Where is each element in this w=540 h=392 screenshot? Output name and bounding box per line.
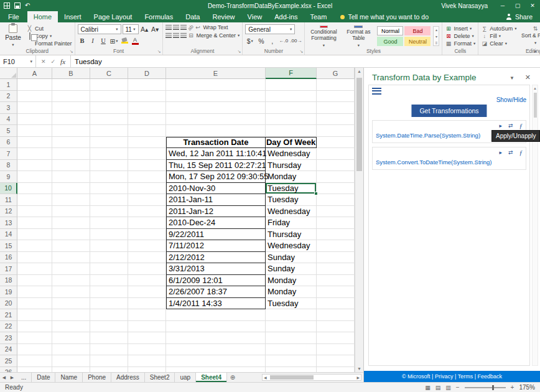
cell-G4[interactable]: [317, 114, 355, 126]
horizontal-scroll-thumb[interactable]: [270, 375, 314, 380]
row-header-26[interactable]: 26: [0, 367, 17, 373]
column-header-e[interactable]: E: [166, 68, 266, 79]
cut-button[interactable]: ╳ Cut: [26, 25, 72, 32]
cell-F12[interactable]: Wednesday: [266, 206, 317, 218]
cell-C23[interactable]: [90, 332, 128, 344]
cell-D22[interactable]: [128, 321, 166, 333]
task-pane-options-icon[interactable]: ▼: [510, 75, 514, 81]
row-header-24[interactable]: 24: [0, 344, 17, 356]
cell-B22[interactable]: [52, 321, 90, 333]
cell-G1[interactable]: [317, 79, 355, 91]
share-button[interactable]: Share: [506, 11, 540, 22]
page-break-view-icon[interactable]: ▥: [445, 385, 451, 391]
cell-A16[interactable]: [17, 252, 52, 264]
cell-F8[interactable]: Thursday: [266, 160, 317, 172]
cell-G3[interactable]: [317, 102, 355, 114]
cell-D14[interactable]: [128, 229, 166, 241]
cell-C5[interactable]: [90, 125, 128, 137]
align-top-icon[interactable]: [165, 25, 172, 30]
row-header-22[interactable]: 22: [0, 321, 17, 333]
cancel-icon[interactable]: ✕: [41, 58, 46, 65]
vertical-scrollbar[interactable]: ▲ ▼: [355, 68, 363, 372]
cell-E15[interactable]: 7/11/2012: [166, 240, 266, 252]
percent-style-button[interactable]: %: [256, 36, 266, 45]
row-header-12[interactable]: 12: [0, 206, 17, 218]
cell-B7[interactable]: [52, 148, 90, 160]
cell-F22[interactable]: [266, 321, 317, 333]
merge-center-button[interactable]: ⊟ Merge & Center ▾: [188, 32, 240, 39]
cell-E1[interactable]: [166, 79, 266, 91]
tab-file[interactable]: File: [0, 11, 27, 22]
alignment-dialog-launcher-icon[interactable]: ↘: [237, 49, 241, 54]
row-header-9[interactable]: 9: [0, 171, 17, 183]
sort-filter-button[interactable]: ⇅ Sort & Filter ▾: [519, 24, 540, 47]
tab-review[interactable]: Review: [206, 11, 241, 22]
sheet-tab-sheet2[interactable]: Sheet2: [145, 373, 175, 382]
task-pane-close-icon[interactable]: ✕: [525, 73, 531, 82]
tab-insert[interactable]: Insert: [58, 11, 88, 22]
cell-C14[interactable]: [90, 229, 128, 241]
cell-G7[interactable]: [317, 148, 355, 160]
paste-button[interactable]: Paste ▾: [2, 24, 24, 47]
cell-B9[interactable]: [52, 171, 90, 183]
sheet-tab-uap[interactable]: uap: [175, 373, 196, 382]
cell-B3[interactable]: [52, 102, 90, 114]
insert-button[interactable]: ⊞ Insert ▾: [445, 25, 475, 32]
cell-C12[interactable]: [90, 206, 128, 218]
cell-F6[interactable]: Day Of Week: [266, 137, 317, 149]
tell-me-box[interactable]: Tell me what you want to do: [340, 11, 429, 22]
normal-view-icon[interactable]: ▦: [425, 385, 431, 391]
swap-icon[interactable]: ⇄: [508, 123, 513, 129]
cell-E7[interactable]: Wed, 12 Jan 2011 11:10:41: [166, 148, 266, 160]
align-bottom-icon[interactable]: [180, 25, 187, 30]
cell-E17[interactable]: 3/31/2013: [166, 263, 266, 275]
row-header-25[interactable]: 25: [0, 355, 17, 367]
cell-D13[interactable]: [128, 217, 166, 229]
cell-E21[interactable]: [166, 309, 266, 321]
font-name-select[interactable]: Calibri ▾: [78, 24, 121, 34]
autosum-button[interactable]: ∑ AutoSum ▾: [481, 25, 516, 32]
cell-E19[interactable]: 2/26/2007 18:37: [166, 286, 266, 298]
cell-B14[interactable]: [52, 229, 90, 241]
align-middle-icon[interactable]: [173, 25, 179, 30]
cell-D16[interactable]: [128, 252, 166, 264]
row-header-3[interactable]: 3: [0, 102, 17, 114]
clear-button[interactable]: ◪ Clear ▾: [481, 40, 516, 47]
cell-D10[interactable]: [128, 183, 166, 195]
cell-styles-gallery-scroll[interactable]: ▴ ▾ ≡: [433, 26, 439, 46]
cell-A2[interactable]: [17, 91, 52, 103]
cell-C26[interactable]: [90, 367, 128, 373]
vertical-scroll-thumb[interactable]: [356, 78, 362, 171]
cell-D9[interactable]: [128, 171, 166, 183]
cell-C11[interactable]: [90, 194, 128, 206]
delete-button[interactable]: ⊠ Delete ▾: [445, 32, 475, 39]
formula-input[interactable]: Tuesday: [71, 55, 540, 67]
accounting-format-button[interactable]: $▾: [245, 36, 254, 45]
get-transformations-button[interactable]: Get Transformations: [411, 105, 486, 117]
cell-B23[interactable]: [52, 332, 90, 344]
show-hide-link[interactable]: Show/Hide: [496, 96, 526, 103]
cell-B25[interactable]: [52, 355, 90, 367]
cell-A14[interactable]: [17, 229, 52, 241]
cell-B13[interactable]: [52, 217, 90, 229]
cell-G16[interactable]: [317, 252, 355, 264]
cell-E16[interactable]: 2/12/2012: [166, 252, 266, 264]
cell-E20[interactable]: 1/4/2011 14:33: [166, 298, 266, 310]
name-box[interactable]: F10 ▾: [0, 55, 36, 67]
cell-F9[interactable]: Monday: [266, 171, 317, 183]
collapse-ribbon-icon[interactable]: ▴: [534, 49, 536, 54]
row-header-14[interactable]: 14: [0, 229, 17, 241]
cell-F23[interactable]: [266, 332, 317, 344]
row-header-15[interactable]: 15: [0, 240, 17, 252]
cell-B18[interactable]: [52, 275, 90, 287]
cell-E9[interactable]: Mon, 17 Sep 2012 09:30:55: [166, 171, 266, 183]
cell-C24[interactable]: [90, 344, 128, 356]
cell-C8[interactable]: [90, 160, 128, 172]
row-header-20[interactable]: 20: [0, 298, 17, 310]
cell-E25[interactable]: [166, 355, 266, 367]
cell-G5[interactable]: [317, 125, 355, 137]
cell-G25[interactable]: [317, 355, 355, 367]
tab-page-layout[interactable]: Page Layout: [88, 11, 139, 22]
cell-A13[interactable]: [17, 217, 52, 229]
scroll-right-icon[interactable]: ▶: [356, 375, 360, 380]
